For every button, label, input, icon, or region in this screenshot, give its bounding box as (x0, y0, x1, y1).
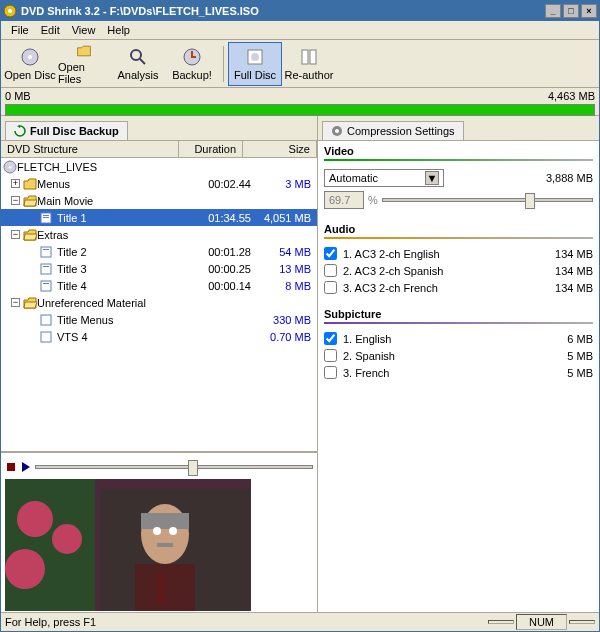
reauthor-button[interactable]: Re-author (282, 42, 336, 86)
video-divider (324, 159, 593, 161)
folder-open-icon (74, 43, 94, 59)
svg-rect-14 (43, 215, 49, 216)
svg-point-28 (52, 524, 82, 554)
svg-rect-37 (157, 543, 173, 547)
sub-track-1[interactable]: 1. English 6 MB (318, 330, 599, 347)
sub-3-checkbox[interactable] (324, 366, 337, 379)
stop-button[interactable] (5, 461, 17, 473)
preview-slider[interactable] (35, 458, 313, 476)
status-empty-1 (488, 620, 514, 624)
backup-icon (182, 47, 202, 67)
menu-edit[interactable]: Edit (35, 22, 66, 38)
svg-rect-21 (43, 283, 49, 284)
capacity-max: 4,463 MB (548, 90, 595, 102)
tree-vts-4[interactable]: VTS 4 0.70 MB (1, 328, 317, 345)
svg-point-1 (8, 9, 12, 13)
collapse-icon[interactable]: − (11, 230, 20, 239)
play-button[interactable] (21, 461, 31, 473)
close-button[interactable]: × (581, 4, 597, 18)
tree-menus[interactable]: + Menus 00:02.44 3 MB (1, 175, 317, 192)
expand-icon[interactable]: + (11, 179, 20, 188)
audio-1-checkbox[interactable] (324, 247, 337, 260)
tree-title-4[interactable]: Title 4 00:00.14 8 MB (1, 277, 317, 294)
disc-icon (20, 47, 40, 67)
svg-rect-19 (43, 266, 49, 267)
titlebar[interactable]: DVD Shrink 3.2 - F:\DVDs\FLETCH_LIVES.IS… (1, 1, 599, 21)
tree-title-3[interactable]: Title 3 00:00.25 13 MB (1, 260, 317, 277)
chevron-down-icon: ▼ (425, 171, 439, 185)
open-disc-button[interactable]: Open Disc (3, 42, 57, 86)
audio-header: Audio (318, 219, 599, 237)
tree-title-2[interactable]: Title 2 00:01.28 54 MB (1, 243, 317, 260)
audio-track-1[interactable]: 1. AC3 2-ch English 134 MB (318, 245, 599, 262)
tree-extras[interactable]: − Extras (1, 226, 317, 243)
subpicture-divider (324, 322, 593, 324)
audio-2-checkbox[interactable] (324, 264, 337, 277)
tree-unreferenced[interactable]: − Unreferenced Material (1, 294, 317, 311)
collapse-icon[interactable]: − (11, 298, 20, 307)
gear-icon (331, 125, 343, 137)
menu-help[interactable]: Help (101, 22, 136, 38)
audio-track-3[interactable]: 3. AC3 2-ch French 134 MB (318, 279, 599, 296)
full-disc-button[interactable]: Full Disc (228, 42, 282, 86)
svg-rect-24 (7, 463, 15, 471)
folder-open-icon (23, 297, 37, 309)
tab-compression-settings[interactable]: Compression Settings (322, 121, 464, 140)
col-size[interactable]: Size (243, 141, 317, 157)
toolbar: Open Disc Open Files Analysis Backup! Fu… (1, 40, 599, 88)
svg-rect-34 (157, 574, 165, 604)
tree-root[interactable]: FLETCH_LIVES (1, 158, 317, 175)
subpicture-header: Subpicture (318, 304, 599, 322)
tree-title-1[interactable]: Title 1 01:34.55 4,051 MB (1, 209, 317, 226)
svg-rect-26 (5, 479, 95, 611)
svg-rect-17 (43, 249, 49, 250)
preview-pane (1, 452, 317, 612)
svg-point-8 (251, 53, 259, 61)
svg-rect-23 (41, 332, 51, 342)
svg-rect-10 (310, 50, 316, 64)
sub-track-2[interactable]: 2. Spanish 5 MB (318, 347, 599, 364)
svg-rect-16 (41, 247, 51, 257)
audio-3-checkbox[interactable] (324, 281, 337, 294)
svg-rect-18 (41, 264, 51, 274)
compression-ratio: 69.7 (324, 191, 364, 209)
title-icon (39, 262, 53, 276)
column-headers: DVD Structure Duration Size (1, 140, 317, 158)
svg-line-5 (140, 59, 145, 64)
audio-divider (324, 237, 593, 239)
sub-1-checkbox[interactable] (324, 332, 337, 345)
sub-2-checkbox[interactable] (324, 349, 337, 362)
svg-rect-15 (43, 217, 49, 218)
folder-icon (23, 178, 37, 190)
tree-main-movie[interactable]: − Main Movie (1, 192, 317, 209)
analysis-button[interactable]: Analysis (111, 42, 165, 86)
compression-slider[interactable] (382, 191, 593, 209)
minimize-button[interactable]: _ (545, 4, 561, 18)
svg-point-3 (28, 55, 32, 59)
col-structure[interactable]: DVD Structure (1, 141, 179, 157)
svg-point-29 (5, 549, 45, 589)
folder-open-icon (23, 229, 37, 241)
tab-full-disc-backup[interactable]: Full Disc Backup (5, 121, 128, 140)
backup-button[interactable]: Backup! (165, 42, 219, 86)
menu-file[interactable]: File (5, 22, 35, 38)
tree-title-menus[interactable]: Title Menus 330 MB (1, 311, 317, 328)
svg-rect-32 (141, 513, 189, 529)
menu-view[interactable]: View (66, 22, 102, 38)
capacity-meter: 0 MB 4,463 MB (1, 88, 599, 116)
collapse-icon[interactable]: − (11, 196, 20, 205)
col-duration[interactable]: Duration (179, 141, 243, 157)
full-disc-icon (245, 47, 265, 67)
video-mode-combo[interactable]: Automatic ▼ (324, 169, 444, 187)
dvd-structure-tree[interactable]: FLETCH_LIVES + Menus 00:02.44 3 MB − Mai… (1, 158, 317, 452)
sub-track-3[interactable]: 3. French 5 MB (318, 364, 599, 381)
status-help: For Help, press F1 (5, 616, 96, 628)
status-num: NUM (516, 614, 567, 630)
open-files-button[interactable]: Open Files (57, 42, 111, 86)
maximize-button[interactable]: □ (563, 4, 579, 18)
audio-track-2[interactable]: 2. AC3 2-ch Spanish 134 MB (318, 262, 599, 279)
svg-point-39 (335, 129, 339, 133)
svg-point-12 (9, 165, 12, 168)
statusbar: For Help, press F1 NUM (1, 612, 599, 631)
svg-point-4 (131, 50, 141, 60)
